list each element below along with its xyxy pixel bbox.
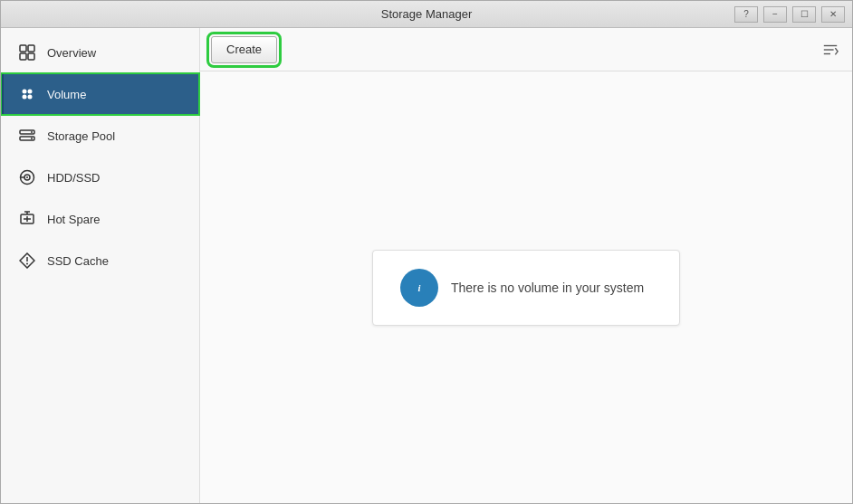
sidebar-hot-spare-label: Hot Spare: [47, 213, 101, 226]
ssd-cache-icon: [18, 252, 36, 270]
svg-rect-0: [20, 45, 26, 52]
window-title: Storage Manager: [381, 7, 472, 21]
svg-point-10: [31, 131, 33, 133]
main-content: i There is no volume in your system: [200, 71, 852, 503]
info-icon: i: [400, 269, 438, 307]
sidebar-item-ssd-cache[interactable]: SSD Cache: [1, 240, 199, 281]
window: Storage Manager ? − ☐ ✕: [0, 0, 853, 504]
sidebar-item-volume[interactable]: Volume: [1, 73, 199, 115]
sidebar-item-storage-pool[interactable]: Storage Pool: [1, 115, 199, 157]
svg-point-7: [28, 95, 33, 100]
svg-point-5: [28, 90, 33, 94]
restore-button[interactable]: ☐: [792, 6, 816, 23]
toolbar-right: [819, 39, 841, 61]
storage-pool-icon: [18, 127, 36, 145]
sidebar: Overview Volume: [1, 28, 200, 503]
sidebar-item-overview[interactable]: Overview: [1, 32, 199, 73]
sidebar-volume-label: Volume: [47, 88, 86, 101]
hdd-ssd-icon: [18, 168, 36, 186]
overview-icon: [18, 43, 36, 62]
svg-point-23: [26, 263, 28, 265]
svg-point-11: [31, 138, 33, 139]
content-area: Create: [200, 28, 852, 503]
toolbar: Create: [200, 28, 852, 71]
info-message: There is no volume in your system: [451, 281, 644, 295]
svg-rect-2: [20, 53, 26, 60]
svg-rect-3: [28, 53, 34, 60]
volume-icon: [18, 85, 36, 103]
svg-rect-1: [28, 45, 34, 52]
sidebar-hdd-ssd-label: HDD/SSD: [47, 171, 101, 185]
minimize-button[interactable]: −: [763, 6, 787, 23]
info-box: i There is no volume in your system: [372, 250, 680, 326]
sidebar-storage-pool-label: Storage Pool: [47, 129, 115, 143]
sort-icon[interactable]: [819, 39, 841, 61]
help-button[interactable]: ?: [734, 6, 758, 23]
hot-spare-icon: [18, 210, 36, 228]
sidebar-ssd-cache-label: SSD Cache: [47, 254, 109, 268]
svg-point-4: [23, 90, 27, 94]
main-layout: Overview Volume: [1, 28, 852, 503]
sidebar-overview-label: Overview: [47, 46, 96, 60]
close-button[interactable]: ✕: [821, 6, 845, 23]
create-button[interactable]: Create: [211, 36, 277, 63]
svg-point-14: [26, 176, 28, 178]
svg-text:i: i: [418, 281, 421, 292]
svg-point-6: [23, 95, 27, 100]
sidebar-item-hdd-ssd[interactable]: HDD/SSD: [1, 157, 199, 198]
sidebar-item-hot-spare[interactable]: Hot Spare: [1, 198, 199, 240]
window-controls: ? − ☐ ✕: [734, 6, 845, 23]
titlebar: Storage Manager ? − ☐ ✕: [1, 1, 852, 28]
